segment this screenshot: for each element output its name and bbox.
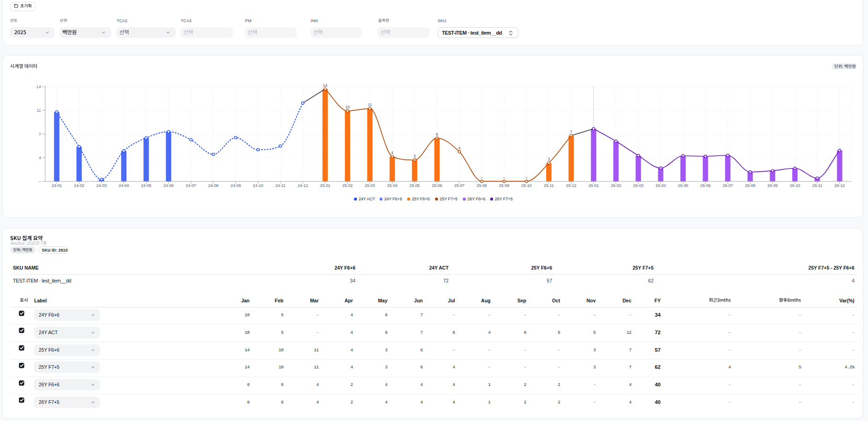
svg-text:26-10: 26-10 — [790, 183, 800, 188]
svg-text:25-04: 25-04 — [387, 183, 398, 188]
svg-text:25-05: 25-05 — [410, 183, 420, 188]
svg-text:24-10: 24-10 — [253, 183, 263, 188]
svg-text:24-02: 24-02 — [74, 183, 84, 188]
svg-text:24-06: 24-06 — [163, 183, 174, 188]
svg-text:24-01: 24-01 — [52, 183, 62, 188]
svg-text:7: 7 — [570, 130, 572, 134]
svg-text:26-03: 26-03 — [633, 183, 644, 188]
svg-text:24Y F6+6: 24Y F6+6 — [384, 197, 402, 201]
svg-text:26-12: 26-12 — [834, 183, 845, 188]
svg-text:25Y F7+5: 25Y F7+5 — [440, 197, 458, 201]
svg-text:24-03: 24-03 — [96, 183, 107, 188]
svg-text:25Y F6+6: 25Y F6+6 — [412, 197, 430, 201]
svg-text:26-02: 26-02 — [611, 183, 621, 188]
svg-text:26-01: 26-01 — [589, 183, 599, 188]
svg-text:–: – — [525, 175, 528, 180]
svg-text:25-09: 25-09 — [499, 183, 510, 188]
svg-text:26-04: 26-04 — [655, 183, 666, 188]
svg-text:14: 14 — [36, 84, 41, 89]
svg-text:26-08: 26-08 — [745, 183, 755, 188]
svg-text:4: 4 — [391, 150, 393, 155]
svg-text:3: 3 — [548, 157, 550, 162]
svg-text:25-07: 25-07 — [454, 183, 465, 188]
svg-text:11: 11 — [36, 108, 41, 113]
svg-text:26-05: 26-05 — [678, 183, 689, 188]
svg-text:4: 4 — [39, 155, 41, 160]
svg-text:–: – — [503, 175, 505, 180]
svg-text:24-04: 24-04 — [119, 183, 129, 188]
svg-text:26-11: 26-11 — [812, 183, 822, 188]
svg-text:6: 6 — [436, 132, 438, 137]
svg-text:25-01: 25-01 — [320, 183, 331, 188]
svg-text:4: 4 — [458, 146, 461, 150]
svg-text:24-11: 24-11 — [275, 183, 285, 188]
svg-text:24Y ACT: 24Y ACT — [358, 197, 375, 201]
svg-text:26-06: 26-06 — [700, 183, 711, 188]
svg-text:25-11: 25-11 — [544, 183, 554, 188]
svg-text:25-12: 25-12 — [566, 183, 577, 188]
svg-text:25-06: 25-06 — [432, 183, 442, 188]
svg-text:11: 11 — [368, 102, 372, 107]
svg-text:26Y F6+6: 26Y F6+6 — [468, 197, 486, 201]
svg-text:14: 14 — [323, 83, 327, 88]
svg-text:24-07: 24-07 — [186, 183, 196, 188]
svg-text:24-05: 24-05 — [141, 183, 152, 188]
svg-text:26-09: 26-09 — [767, 183, 778, 188]
svg-text:25-10: 25-10 — [521, 183, 532, 188]
svg-text:24-08: 24-08 — [208, 183, 219, 188]
svg-text:24-12: 24-12 — [297, 183, 308, 188]
svg-text:3: 3 — [414, 154, 416, 158]
svg-text:7: 7 — [39, 132, 41, 137]
svg-text:25-08: 25-08 — [476, 183, 487, 188]
svg-text:26-07: 26-07 — [723, 183, 733, 188]
svg-text:10: 10 — [345, 105, 350, 109]
svg-text:25-03: 25-03 — [365, 183, 375, 188]
svg-text:–: – — [39, 179, 42, 184]
svg-text:25-02: 25-02 — [342, 183, 353, 188]
svg-text:26Y F7+5: 26Y F7+5 — [495, 197, 513, 201]
svg-text:24-09: 24-09 — [231, 183, 241, 188]
svg-text:–: – — [481, 175, 483, 180]
